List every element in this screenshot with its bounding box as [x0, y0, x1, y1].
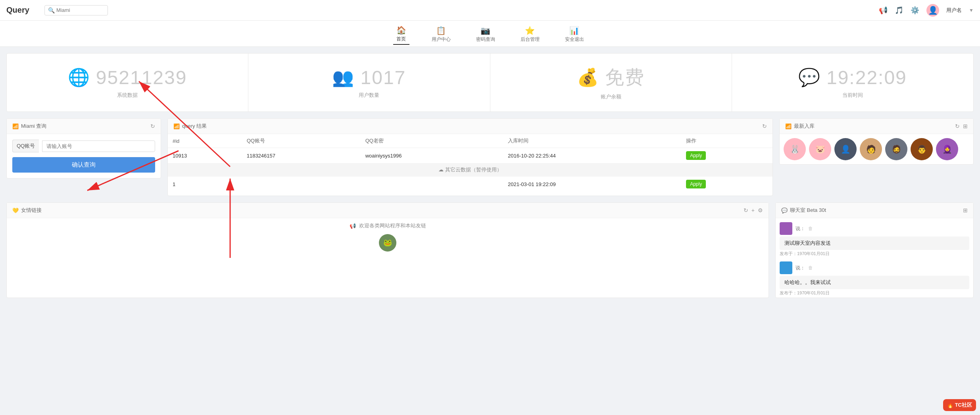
friends-refresh-icon[interactable]: ↻ — [744, 207, 748, 213]
chat-delete-2[interactable]: 🗑 — [808, 265, 813, 271]
chat-messages: 说： 🗑 测试聊天室内容发送 发布于：1970年01月01日 说： 🗑 哈哈哈。… — [776, 218, 973, 298]
friends-icon: 💛 — [12, 208, 19, 213]
admin-icon: ⭐ — [525, 26, 535, 35]
refresh-icon[interactable]: ↻ — [150, 123, 155, 129]
stat-balance: 💰 免费 账户余额 — [490, 54, 732, 111]
result-table-header-row: #id QQ账号 QQ老密 入库时间 操作 — [168, 134, 772, 148]
search-icon: 🔍 — [48, 7, 55, 13]
cell-qq: 1183246157 — [242, 148, 361, 163]
nav-item-logout[interactable]: 📊 安全退出 — [562, 24, 587, 44]
nav-item-password-query[interactable]: 📷 密码查询 — [473, 24, 498, 44]
announcement-icon: 📢 — [350, 223, 356, 229]
qq-label: QQ账号 — [12, 140, 39, 152]
confirm-query-button[interactable]: 确认查询 — [12, 157, 155, 173]
chat-panel-header: 💬 聊天室 Beta 30t ⊞ — [776, 203, 973, 218]
result-panel: 📶 query 结果 ↻ #id QQ账号 QQ老密 入库时间 操作 — [167, 118, 773, 196]
cloud-cell-password — [361, 177, 503, 192]
result-bar-icon: 📶 — [173, 123, 180, 129]
stat-system-data: 🌐 95211239 系统数据 — [7, 54, 248, 111]
chat-panel: 💬 聊天室 Beta 30t ⊞ 说： 🗑 测试聊天室内容发送 发布于：1970… — [775, 202, 974, 298]
username: 用户名 — [946, 7, 962, 14]
megaphone-icon[interactable]: 📢 — [879, 6, 888, 15]
user-center-icon: 📋 — [436, 26, 446, 35]
newest-refresh-icon[interactable]: ↻ — [955, 123, 960, 129]
cell-time: 2016-10-20 22:25:44 — [503, 148, 681, 163]
chat-time-1: 发布于：1970年01月01日 — [780, 251, 969, 257]
chevron-down-icon[interactable]: ▼ — [969, 8, 974, 13]
newest-expand-icon[interactable]: ⊞ — [963, 123, 968, 129]
avatar-1[interactable]: 🐰 — [784, 138, 806, 160]
chat-bubble-icon: 💬 — [781, 208, 788, 213]
result-table: #id QQ账号 QQ老密 入库时间 操作 10913 1183246157 w… — [168, 134, 772, 192]
cloud-data-row: 1 2021-03-01 19:22:09 Apply — [168, 177, 772, 192]
avatar[interactable]: 👤 — [926, 4, 939, 17]
cloud-apply-button[interactable]: Apply — [686, 180, 706, 188]
query-panel: 📶 Miami 查询 ↻ QQ账号 确认查询 — [6, 118, 161, 179]
table-row: 10913 1183246157 woainiysys1996 2016-10-… — [168, 148, 772, 163]
friends-panel-title: 💛 女情链接 — [12, 207, 42, 214]
chat-panel-title: 💬 聊天室 Beta 30t — [781, 207, 826, 214]
chat-delete-1[interactable]: 🗑 — [808, 226, 813, 231]
main-nav: 🏠 首页 📋 用户中心 📷 密码查询 ⭐ 后台管理 📊 安全退出 — [0, 21, 980, 47]
result-refresh-icon[interactable]: ↻ — [762, 123, 767, 129]
result-panel-actions: ↻ — [762, 123, 767, 129]
password-query-icon: 📷 — [480, 26, 490, 35]
nav-label-logout: 安全退出 — [565, 36, 584, 43]
gear-icon[interactable]: ⚙️ — [911, 6, 919, 15]
avatar-4[interactable]: 🧑 — [860, 138, 882, 160]
stat-time-label: 当前时间 — [842, 92, 863, 99]
cell-id: 10913 — [168, 148, 242, 163]
avatar-2[interactable]: 🐷 — [809, 138, 831, 160]
result-table-head: #id QQ账号 QQ老密 入库时间 操作 — [168, 134, 772, 148]
chat-sender-2: 说： — [796, 265, 805, 271]
cloud-label: ☁ 其它云数据（暂停使用） — [168, 163, 772, 177]
cloud-cell-id: 1 — [168, 177, 242, 192]
cloud-row: ☁ 其它云数据（暂停使用） — [168, 163, 772, 177]
friends-panel-header: 💛 女情链接 ↻ + ⚙ — [7, 203, 769, 218]
col-action: 操作 — [681, 134, 772, 148]
stats-row: 🌐 95211239 系统数据 👥 1017 用户数量 💰 免费 账户余额 💬 … — [6, 53, 974, 112]
friends-settings-icon[interactable]: ⚙ — [758, 207, 763, 213]
query-panel-actions: ↻ — [150, 123, 155, 129]
topbar-right: 📢 🎵 ⚙️ 👤 用户名 ▼ — [879, 4, 974, 17]
globe-icon: 🌐 — [68, 67, 90, 88]
apply-button[interactable]: Apply — [686, 151, 706, 160]
stat-time: 💬 19:22:09 当前时间 — [732, 54, 973, 111]
newest-panel: 📶 最新入库 ↻ ⊞ 🐰 🐷 👤 🧑 🧔 👨 🧕 — [779, 118, 974, 165]
cloud-cell-time: 2021-03-01 19:22:09 — [503, 177, 681, 192]
newest-bar-icon: 📶 — [785, 123, 792, 129]
friend-avatar[interactable]: 🐸 — [379, 234, 396, 252]
newest-panel-title: 📶 最新入库 — [785, 123, 815, 130]
query-panel-title: 📶 Miami 查询 — [12, 123, 46, 130]
search-box[interactable]: 🔍 — [44, 5, 108, 15]
chat-title-text: 聊天室 Beta 30t — [790, 207, 826, 214]
nav-label-password-query: 密码查询 — [476, 36, 495, 43]
query-panel-header: 📶 Miami 查询 ↻ — [7, 119, 161, 134]
stat-system-label: 系统数据 — [117, 92, 138, 99]
chat-avatar-1 — [780, 222, 792, 235]
avatar-7[interactable]: 🧕 — [936, 138, 958, 160]
chat-expand-icon[interactable]: ⊞ — [963, 207, 968, 213]
friends-add-icon[interactable]: + — [751, 207, 755, 213]
qq-input[interactable] — [42, 140, 155, 152]
welcome-text: 欢迎各类网站程序和本站友链 — [359, 222, 426, 229]
nav-item-user-center[interactable]: 📋 用户中心 — [429, 24, 454, 44]
avatar-5[interactable]: 🧔 — [885, 138, 907, 160]
music-icon[interactable]: 🎵 — [895, 6, 903, 15]
search-input[interactable] — [56, 7, 104, 13]
avatar-6[interactable]: 👨 — [911, 138, 933, 160]
chat-message-2: 说： 🗑 哈哈哈。。我来试试 发布于：1970年01月01日 — [780, 261, 969, 296]
stat-user-value: 1017 — [360, 67, 406, 88]
avatar-3[interactable]: 👤 — [834, 138, 857, 160]
nav-item-home[interactable]: 🏠 首页 — [393, 24, 409, 45]
chat-msg-1-header: 说： 🗑 — [780, 222, 969, 235]
friends-panel-actions: ↻ + ⚙ — [744, 207, 763, 213]
chat-bubble-1: 测试聊天室内容发送 — [780, 236, 969, 250]
bottom-row: 💛 女情链接 ↻ + ⚙ 📢 欢迎各类网站程序和本站友链 🐸 💬 聊天室 Bet… — [0, 202, 980, 304]
money-icon: 💰 — [577, 67, 599, 88]
friends-panel: 💛 女情链接 ↻ + ⚙ 📢 欢迎各类网站程序和本站友链 🐸 — [6, 202, 769, 298]
friends-content: 📢 欢迎各类网站程序和本站友链 🐸 — [7, 218, 769, 256]
bar-chart-icon: 📶 — [12, 123, 19, 129]
stat-system-value: 95211239 — [96, 67, 187, 88]
nav-item-admin[interactable]: ⭐ 后台管理 — [517, 24, 543, 44]
